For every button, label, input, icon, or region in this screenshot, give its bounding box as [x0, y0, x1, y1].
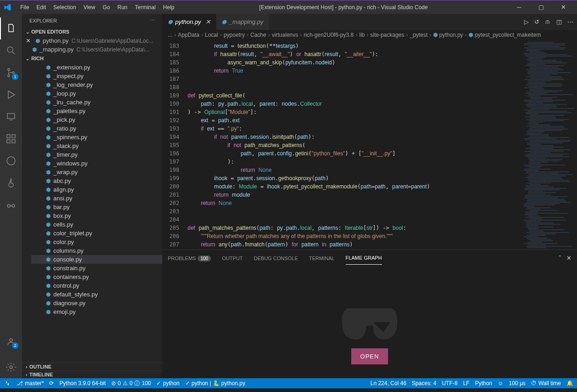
panel-close-icon[interactable]: ✕: [566, 255, 571, 261]
panel-tab-flame-graph[interactable]: FLAME GRAPH: [346, 251, 382, 265]
remote-status[interactable]: [4, 380, 11, 387]
debug-icon[interactable]: [0, 84, 22, 106]
file-item[interactable]: ⬢emoji.py: [31, 307, 162, 316]
file-item[interactable]: ⬢_ratio.py: [31, 124, 162, 133]
file-item[interactable]: ⬢default_styles.py: [31, 290, 162, 299]
breadcrumb-item[interactable]: AppData: [178, 32, 200, 38]
minimap[interactable]: [522, 40, 577, 250]
explorer-icon[interactable]: [0, 17, 22, 40]
wall-time[interactable]: ⏱ Wall time: [531, 380, 561, 386]
indent-status[interactable]: Spaces: 4: [412, 380, 436, 386]
panel-tab-output[interactable]: OUTPUT: [222, 252, 243, 265]
open-editor-item[interactable]: ⬢_mapping.pyC:\Users\Gabriele\AppData\..…: [22, 45, 162, 54]
sync-status[interactable]: ⟳: [49, 380, 54, 386]
file-item[interactable]: ⬢_wrap.py: [31, 168, 162, 176]
history-icon[interactable]: ↺: [534, 18, 539, 25]
file-item[interactable]: ⬢_inspect.py: [31, 72, 162, 80]
timeline-section[interactable]: ›TIMELINE: [22, 370, 162, 378]
menu-file[interactable]: File: [17, 2, 33, 12]
cursor-position[interactable]: Ln 224, Col 46: [371, 380, 406, 386]
file-item[interactable]: ⬢control.py: [31, 281, 162, 290]
github-icon[interactable]: [0, 150, 22, 172]
glasses-icon[interactable]: [0, 194, 22, 216]
python-interpreter[interactable]: Python 3.9.0 64-bit: [59, 380, 106, 386]
breadcrumb-item[interactable]: rich-gen2U0f6-py3.8: [303, 32, 354, 38]
language-status[interactable]: Python: [475, 380, 492, 386]
file-item[interactable]: ⬢columns.py: [31, 246, 162, 255]
open-editors-section[interactable]: ⌄OPEN EDITORS: [22, 27, 162, 36]
flame-icon[interactable]: [0, 172, 22, 194]
menu-selection[interactable]: Selection: [50, 2, 80, 12]
file-item[interactable]: ⬢_spinners.py: [31, 133, 162, 142]
task-python[interactable]: ✓ python: [156, 380, 179, 386]
outline-section[interactable]: ›OUTLINE: [22, 363, 162, 370]
file-list[interactable]: ⬢_extension.py⬢_inspect.py⬢_log_render.p…: [22, 63, 162, 363]
file-item[interactable]: ⬢align.py: [31, 185, 162, 194]
panel-tab-terminal[interactable]: TERMINAL: [309, 252, 335, 265]
remote-icon[interactable]: [0, 106, 22, 128]
folder-section[interactable]: ⌄RICH: [22, 54, 162, 63]
file-item[interactable]: ⬢cells.py: [31, 220, 162, 229]
file-item[interactable]: ⬢box.py: [31, 211, 162, 220]
task-python-file[interactable]: ✓ python | 🐍 python.py: [185, 380, 246, 386]
open-button[interactable]: OPEN: [351, 348, 388, 364]
editor-tab[interactable]: ⬢python.py✕: [162, 14, 216, 30]
file-item[interactable]: ⬢abc.py: [31, 176, 162, 185]
feedback-icon[interactable]: ☺: [498, 380, 503, 386]
file-item[interactable]: ⬢containers.py: [31, 273, 162, 281]
breadcrumb-item[interactable]: _pytest: [410, 32, 428, 38]
settings-icon[interactable]: [0, 356, 22, 378]
file-item[interactable]: ⬢_palettes.py: [31, 107, 162, 115]
breadcrumb-item[interactable]: site-packages: [370, 32, 404, 38]
file-item[interactable]: ⬢_windows.py: [31, 159, 162, 168]
file-item[interactable]: ⬢_stack.py: [31, 142, 162, 150]
file-item[interactable]: ⬢_extension.py: [31, 63, 162, 72]
menu-terminal[interactable]: Terminal: [131, 2, 159, 12]
menu-edit[interactable]: Edit: [33, 2, 50, 12]
panel-max-icon[interactable]: ˆ: [559, 255, 561, 261]
maximize-button[interactable]: ▢: [531, 0, 551, 14]
timing-status[interactable]: 100 μs: [509, 380, 526, 386]
file-item[interactable]: ⬢_timer.py: [31, 150, 162, 159]
panel-tab-debug-console[interactable]: DEBUG CONSOLE: [254, 252, 298, 265]
file-item[interactable]: ⬢_pick.py: [31, 115, 162, 124]
breadcrumb-item[interactable]: Local: [205, 32, 218, 38]
editor-tab[interactable]: ⬢_mapping.py: [216, 14, 269, 30]
file-item[interactable]: ⬢bar.py: [31, 203, 162, 211]
breadcrumb-item[interactable]: Cache: [250, 32, 266, 38]
split-icon[interactable]: ◫: [556, 18, 562, 25]
encoding-status[interactable]: UTF-8: [442, 380, 457, 386]
code-content[interactable]: result = testfunction(**testargs) if has…: [188, 40, 522, 250]
minimize-button[interactable]: ─: [509, 0, 529, 14]
breadcrumb-item[interactable]: ...: [168, 32, 172, 38]
bell-icon[interactable]: 🔔: [566, 380, 573, 386]
open-editor-item[interactable]: ✕⬢python.pyC:\Users\Gabriele\AppData\Loc…: [22, 36, 162, 45]
file-item[interactable]: ⬢console.py: [31, 255, 162, 264]
breadcrumb-item[interactable]: lib: [359, 32, 365, 38]
file-item[interactable]: ⬢ansi.py: [31, 194, 162, 203]
file-item[interactable]: ⬢color.py: [31, 238, 162, 246]
breadcrumb-item[interactable]: pypoetry: [223, 32, 245, 38]
diff-icon[interactable]: ⫙: [545, 18, 551, 25]
file-item[interactable]: ⬢_lru_cache.py: [31, 98, 162, 107]
more-icon[interactable]: ⋯: [567, 18, 573, 25]
file-item[interactable]: ⬢_loop.py: [31, 89, 162, 98]
problems-status[interactable]: ⊘ 0 ⚠ 0 ⓘ 100: [111, 380, 151, 387]
file-item[interactable]: ⬢color_triplet.py: [31, 229, 162, 238]
breadcrumb-item[interactable]: virtualenvs: [272, 32, 298, 38]
branch-status[interactable]: ⎇ master*: [17, 380, 44, 386]
panel-tab-problems[interactable]: PROBLEMS100: [168, 252, 211, 265]
breadcrumb-item[interactable]: ⬢ pytest_pycollect_makeitem: [468, 32, 541, 38]
run-icon[interactable]: ▷: [524, 18, 529, 25]
file-item[interactable]: ⬢diagnose.py: [31, 299, 162, 307]
explorer-more-icon[interactable]: ⋯: [150, 17, 155, 23]
menu-help[interactable]: Help: [160, 2, 178, 12]
close-tab-icon[interactable]: ✕: [206, 18, 211, 25]
menu-view[interactable]: View: [80, 2, 99, 12]
eol-status[interactable]: LF: [463, 380, 469, 386]
menu-go[interactable]: Go: [99, 2, 114, 12]
accounts-icon[interactable]: 2: [0, 330, 22, 352]
file-item[interactable]: ⬢_log_render.py: [31, 80, 162, 89]
close-window-button[interactable]: ✕: [553, 0, 573, 14]
code-editor[interactable]: 1831841851861871881891901911921931941951…: [162, 40, 577, 250]
